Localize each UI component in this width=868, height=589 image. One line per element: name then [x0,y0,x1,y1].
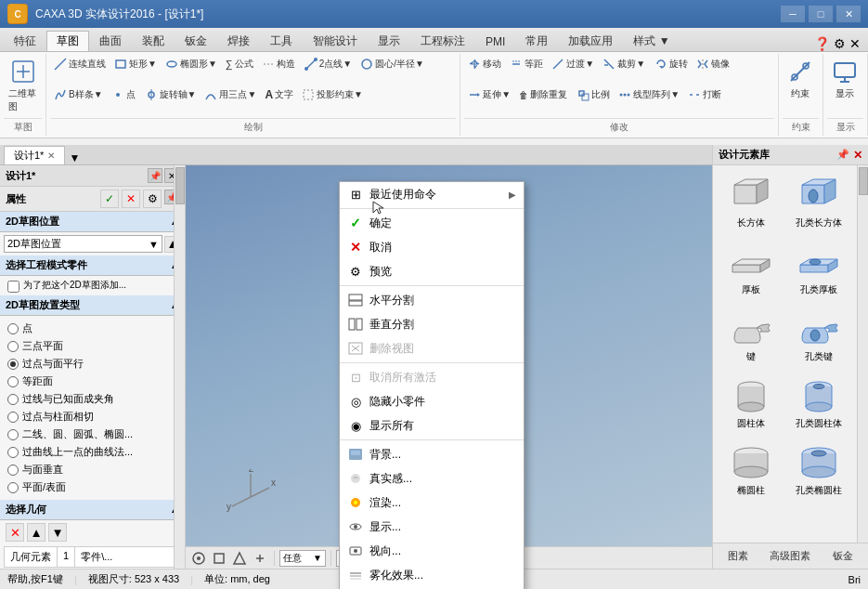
ctx-confirm[interactable]: ✓ 确定 [340,211,524,235]
bt-nav-btn2[interactable] [210,550,228,567]
bt-nav-btn4[interactable] [251,550,269,567]
btn-array[interactable]: 线型阵列▼ [615,86,683,103]
shape-key-hole[interactable]: 孔类键 [787,305,852,368]
bt-select-mode[interactable]: 任意 ▼ [279,550,326,567]
btn-mirror[interactable]: 镜像 [693,56,733,72]
radio-plane[interactable]: 平面/表面 [7,478,177,496]
btn-del-repeat[interactable]: 🗑 删除重复 [515,86,571,103]
radio-tangent-cyl[interactable]: 过点与柱面相切 [7,408,177,425]
tab-gongbiao[interactable]: 工程标注 [410,31,475,51]
shape-cylinder-hole[interactable]: 孔类圆柱体 [787,372,852,435]
btn-break[interactable]: 打断 [684,86,725,103]
btn-construct[interactable]: 构造 [258,56,299,72]
geo-delete-btn[interactable]: ✕ [6,523,24,542]
left-panel-scrollbar[interactable] [174,165,185,569]
radio-3point[interactable]: 三点平面 [7,337,177,355]
shape-ellipse-cyl[interactable]: 椭圆柱 [719,438,784,502]
tab-banjin[interactable]: 钣金 [175,31,217,51]
radio-angle[interactable]: 过线与已知面成夹角 [7,390,177,408]
btn-extend[interactable]: 延伸▼ [464,86,514,103]
ribbon-close[interactable]: ✕ [849,36,861,51]
btn-continuous-line[interactable]: 连续直线 [50,56,110,72]
tab-qumian[interactable]: 曲面 [89,31,132,51]
geo-up-btn[interactable]: ▲ [27,523,45,542]
btn-rect[interactable]: 矩形▼ [110,56,161,72]
tab-yangshi[interactable]: 样式 ▼ [623,31,680,51]
sketch-add-checkbox[interactable] [7,281,19,293]
tab-zhuangpei[interactable]: 装配 [132,31,175,51]
tab-jiazai[interactable]: 加载应用 [558,31,623,51]
btn-formula[interactable]: ∑ 公式 [222,56,257,72]
btn-transition[interactable]: 过渡▼ [548,56,598,72]
ctx-fog[interactable]: 雾化效果... [340,563,524,587]
btn-ellipse[interactable]: 椭圆形▼ [162,56,221,72]
bt-nav-btn3[interactable] [230,550,249,567]
tab-caotu[interactable]: 草图 [46,31,89,51]
prop-cancel-btn[interactable]: ✕ [122,190,140,208]
tab-gongju[interactable]: 工具 [260,31,303,51]
tab-xianshi[interactable]: 显示 [368,31,410,51]
footer-btn-advanced[interactable]: 高级图素 [766,547,814,565]
btn-rotate[interactable]: 旋转 [651,56,692,72]
btn-proj-constraint[interactable]: 投影约束▼ [298,86,367,103]
btn-scale[interactable]: 比例 [573,86,614,103]
btn-move[interactable]: 移动 [464,56,505,72]
btn-circle[interactable]: 圆心/半径▼ [356,56,428,72]
close-button[interactable]: ✕ [836,6,861,22]
ctx-preview[interactable]: ⚙ 预览 [340,259,524,283]
btn-text[interactable]: A 文字 [261,86,297,103]
geo-down-btn[interactable]: ▼ [48,523,67,542]
btn-equidistant[interactable]: 等距 [506,56,547,72]
ctx-recent-commands[interactable]: ⊞ 最近使用命令 ▶ [340,182,524,206]
radio-2line[interactable]: 二线、圆、圆弧、椭圆... [7,425,177,443]
shape-cuboid[interactable]: 长方体 [719,171,784,234]
ribbon-btn-2d-sketch[interactable]: 二维草图 [4,56,42,116]
ctx-background[interactable]: 背景... [340,442,524,466]
btn-2point-line[interactable]: 2点线▼ [301,56,356,72]
tab-changyong[interactable]: 常用 [515,31,558,51]
tab-close-icon[interactable]: ✕ [47,151,55,161]
tab-dropdown[interactable]: ▼ [69,151,80,164]
ribbon-settings[interactable]: ⚙ [834,36,846,51]
radio-curve[interactable]: 过曲线上一点的曲线法... [7,443,177,461]
placement-select[interactable]: 2D草图位置 ▼ [4,235,162,253]
ctx-render[interactable]: 渲染... [340,491,524,515]
footer-btn-sheetmetal[interactable]: 钣金 [829,547,857,565]
doc-tab-design1[interactable]: 设计1* ✕ [4,146,65,164]
shape-cuboid-hole[interactable]: 孔类长方体 [787,171,852,234]
panel-pin-button[interactable]: 📌 [148,168,162,183]
ctx-display[interactable]: 显示... [340,515,524,539]
tab-pmi[interactable]: PMI [475,31,515,51]
right-panel-close[interactable]: ✕ [853,149,862,162]
ctx-cancel[interactable]: ✕ 取消 [340,235,524,259]
tab-zhineng[interactable]: 智能设计 [303,31,368,51]
shape-ellipse-cyl-hole[interactable]: 孔类椭圆柱 [787,438,852,502]
btn-trim[interactable]: 裁剪▼ [599,56,649,72]
right-panel-pin[interactable]: 📌 [836,149,849,161]
maximize-button[interactable]: □ [809,6,833,22]
footer-btn-tuso[interactable]: 图素 [724,547,752,565]
btn-bspline[interactable]: B样条▼ [50,86,107,103]
shape-key[interactable]: 键 [719,305,784,368]
minimize-button[interactable]: ─ [781,6,805,22]
right-panel-scrollbar[interactable] [857,165,868,543]
prop-config-btn[interactable]: ⚙ [143,190,162,208]
ctx-hide-small[interactable]: ◎ 隐藏小零件 [340,389,524,413]
btn-3point[interactable]: 用三点▼ [201,86,260,103]
ctx-realistic[interactable]: 真实感... [340,466,524,491]
ctx-h-split[interactable]: 水平分割 [340,288,524,312]
shape-plate-hole[interactable]: 孔类厚板 [787,238,852,301]
radio-parallel[interactable]: 过点与面平行 [7,355,177,373]
ctx-viewdir[interactable]: 视向... [340,539,524,563]
shape-cylinder[interactable]: 圆柱体 [719,372,784,435]
prop-confirm-btn[interactable]: ✓ [100,190,119,208]
shape-plate[interactable]: 厚板 [719,238,784,301]
tab-hanjie[interactable]: 焊接 [217,31,260,51]
btn-point[interactable]: 点 [108,86,139,103]
help-icon[interactable]: ❓ [814,36,830,51]
radio-point[interactable]: 点 [7,320,177,337]
ribbon-btn-display[interactable]: 显示 [827,56,862,103]
radio-equidist[interactable]: 等距面 [7,373,177,390]
radio-perp[interactable]: 与面垂直 [7,461,177,478]
ctx-v-split[interactable]: 垂直分割 [340,312,524,336]
